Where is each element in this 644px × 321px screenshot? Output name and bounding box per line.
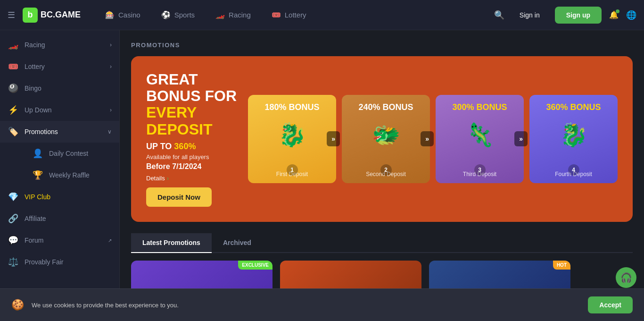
tab-sports-label: Sports: [174, 11, 195, 19]
vip-icon: 💎: [8, 192, 19, 202]
sidebar-item-vip-club[interactable]: 💎 VIP Club: [0, 186, 119, 208]
banner-subtitle: UP TO 360%: [146, 142, 237, 152]
tab-racing[interactable]: 🏎️ Racing: [206, 7, 260, 23]
language-icon[interactable]: 🌐: [626, 10, 636, 20]
card2-dragon: 🐲: [367, 116, 405, 154]
sign-up-button[interactable]: Sign up: [555, 7, 602, 24]
arrow-right-icon: ›: [167, 175, 169, 182]
banner-details-link[interactable]: Details ›: [146, 175, 237, 182]
card4-bonus: 360% BONUS: [546, 102, 601, 112]
lottery-icon: 🎟️: [8, 61, 19, 72]
tab-latest-promotions[interactable]: Latest Promotions: [131, 233, 212, 253]
tab-lottery[interactable]: 🎟️ Lottery: [262, 7, 316, 23]
card3-number: 3: [474, 164, 486, 176]
sidebar-item-racing[interactable]: 🏎️ Racing ›: [0, 34, 119, 56]
sidebar-item-weekly-raffle[interactable]: 🏆 Weekly Raffle: [25, 164, 119, 186]
deposit-card-third[interactable]: 300% BONUS 🦎 Third Deposit 3 »: [436, 95, 524, 183]
cookie-icon: 🍪: [11, 299, 24, 311]
card2-bonus: 240% BONUS: [358, 102, 413, 112]
sidebar-item-promotions[interactable]: 🏷️ Promotions ∨: [0, 121, 119, 143]
card1-bonus: 180% BONUS: [264, 102, 319, 112]
sidebar-item-affiliate[interactable]: 🔗 Affiliate: [0, 208, 119, 229]
card1-forward-arrow[interactable]: »: [327, 131, 340, 146]
affiliate-icon: 🔗: [8, 213, 19, 224]
banner-title: GREAT BONUS FOR EVERYDEPOSIT: [146, 71, 237, 138]
promo-tabs: Latest Promotions Archived: [131, 233, 633, 253]
headphones-icon: 🎧: [620, 272, 632, 283]
sidebar-item-daily-contest-label: Daily Contest: [49, 150, 112, 157]
tab-casino-label: Casino: [118, 11, 140, 19]
banner-title-gold-line3: EVERYDEPOSIT: [146, 104, 212, 137]
sidebar-item-vip-label: VIP Club: [25, 193, 112, 201]
deposit-card-first[interactable]: 180% BONUS 🐉 First Deposit 1 »: [248, 95, 336, 183]
sidebar-item-daily-contest[interactable]: 👤 Daily Contest: [25, 143, 119, 164]
card2-forward-arrow[interactable]: »: [421, 131, 434, 146]
logo-icon: b: [23, 8, 38, 23]
sidebar-item-lottery-label: Lottery: [25, 63, 104, 70]
deposit-now-button[interactable]: Deposit Now: [146, 187, 212, 207]
sidebar-item-promotions-label: Promotions: [25, 128, 102, 135]
sidebar-sub-promotions: 👤 Daily Contest 🏆 Weekly Raffle: [0, 143, 119, 186]
chevron-down-icon: ∨: [107, 128, 112, 135]
cookie-accept-button[interactable]: Accept: [588, 296, 633, 313]
support-button[interactable]: 🎧: [616, 267, 636, 288]
exclusive-badge: EXCLUSIVE: [238, 261, 272, 270]
nav-tabs: 🎰 Casino ⚽ Sports 🏎️ Racing 🎟️ Lottery: [96, 7, 490, 23]
sidebar-item-provably-fair[interactable]: ⚖️ Provably Fair: [0, 251, 119, 273]
external-link-icon: ↗: [108, 238, 112, 243]
weekly-raffle-icon: 🏆: [32, 170, 43, 180]
header-right: 🔍 Sign in Sign up 🔔 🌐: [494, 7, 636, 24]
banner-date: Before 7/1/2024: [146, 162, 237, 171]
card3-bonus: 300% BONUS: [452, 102, 507, 112]
racing-icon: 🏎️: [215, 10, 225, 19]
sidebar-item-bingo[interactable]: 🎱 Bingo: [0, 77, 119, 99]
card3-forward-arrow[interactable]: »: [514, 131, 528, 146]
banner-pct: 360%: [174, 142, 196, 151]
card4-number: 4: [568, 164, 579, 176]
banner-title-line1: GREAT: [146, 71, 198, 88]
sidebar: 🏎️ Racing › 🎟️ Lottery › 🎱 Bingo ⚡ Up Do…: [0, 30, 120, 321]
banner-title-deposit: DEPOSIT: [146, 121, 212, 138]
hamburger-icon[interactable]: ☰: [8, 10, 15, 20]
logo-text: BC.GAME: [41, 10, 81, 20]
sports-icon: ⚽: [161, 10, 171, 19]
cookie-banner: 🍪 We use cookies to provide the best exp…: [0, 288, 644, 321]
daily-contest-icon: 👤: [32, 148, 43, 159]
tab-casino[interactable]: 🎰 Casino: [96, 7, 150, 23]
card1-dragon: 🐉: [273, 116, 311, 154]
chevron-right-icon: ›: [110, 63, 112, 70]
banner-text: GREAT BONUS FOR EVERYDEPOSIT UP TO 360% …: [146, 71, 237, 207]
notification-icon[interactable]: 🔔: [609, 10, 619, 19]
deposit-card-fourth[interactable]: 360% BONUS 🐉 Fourth Deposit 4: [529, 95, 618, 183]
sidebar-item-updown[interactable]: ⚡ Up Down ›: [0, 99, 119, 121]
sidebar-item-forum[interactable]: 💬 Forum ↗: [0, 229, 119, 251]
sidebar-item-provably-fair-label: Provably Fair: [25, 258, 112, 266]
banner-details-label: Details: [146, 175, 165, 182]
tab-lottery-label: Lottery: [285, 11, 306, 19]
chevron-right-icon: ›: [110, 42, 112, 48]
chevron-right-icon: ›: [110, 107, 112, 113]
main-layout: 🏎️ Racing › 🎟️ Lottery › 🎱 Bingo ⚡ Up Do…: [0, 30, 644, 321]
racing-icon: 🏎️: [8, 40, 19, 50]
card4-dragon: 🐉: [555, 116, 593, 154]
content-area: PROMOTIONS GREAT BONUS FOR EVERYDEPOSIT …: [120, 30, 644, 321]
forum-icon: 💬: [8, 235, 19, 245]
sign-in-button[interactable]: Sign in: [512, 8, 547, 23]
tab-sports[interactable]: ⚽ Sports: [152, 7, 204, 23]
lottery-icon: 🎟️: [272, 10, 281, 19]
promotions-banner: GREAT BONUS FOR EVERYDEPOSIT UP TO 360% …: [131, 56, 633, 222]
card3-dragon: 🦎: [461, 116, 499, 154]
provably-fair-icon: ⚖️: [8, 257, 19, 267]
banner-up-to: UP TO: [146, 142, 174, 151]
search-icon[interactable]: 🔍: [494, 10, 504, 20]
sidebar-item-affiliate-label: Affiliate: [25, 215, 112, 222]
sidebar-item-lottery[interactable]: 🎟️ Lottery ›: [0, 56, 119, 77]
cookie-text: We use cookies to provide the best exper…: [32, 302, 580, 309]
card1-number: 1: [287, 164, 298, 176]
tab-archived[interactable]: Archived: [212, 233, 263, 253]
logo[interactable]: b BC.GAME: [23, 8, 81, 23]
deposit-card-second[interactable]: 240% BONUS 🐲 Second Deposit 2 »: [342, 95, 430, 183]
bingo-icon: 🎱: [8, 83, 19, 93]
casino-icon: 🎰: [105, 10, 115, 19]
sidebar-item-forum-label: Forum: [25, 237, 100, 244]
